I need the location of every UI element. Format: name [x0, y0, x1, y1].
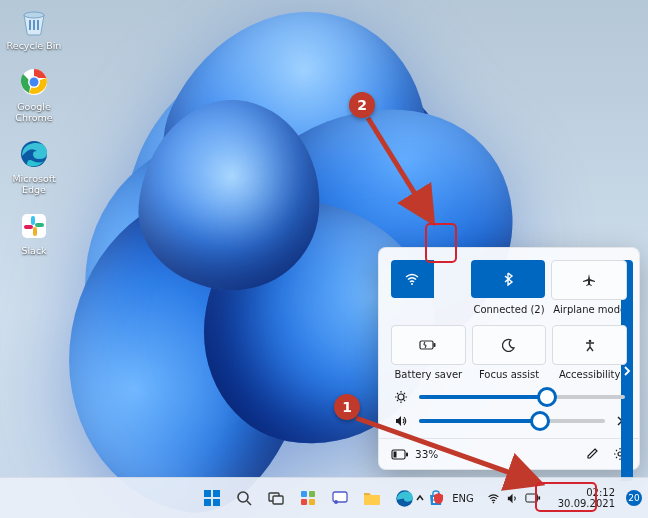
slack-icon: [17, 209, 51, 243]
windows-icon: [203, 489, 221, 507]
accessibility-tile[interactable]: [552, 325, 627, 365]
svg-rect-20: [213, 490, 220, 497]
taskbar-right: ENG 02:12 30.09.2021 20: [415, 478, 642, 518]
quick-settings-footer: 33%: [391, 443, 627, 463]
separator: [379, 438, 639, 439]
battery-saver-tile[interactable]: [391, 325, 466, 365]
desktop-icon-label: Recycle Bin: [7, 40, 62, 51]
edge-icon: [17, 137, 51, 171]
svg-point-14: [398, 394, 404, 400]
svg-point-13: [588, 340, 591, 343]
desktop-icon-chrome[interactable]: Google Chrome: [6, 65, 62, 123]
language-indicator[interactable]: ENG: [452, 493, 474, 504]
quick-settings-labels-2: Battery saver Focus assist Accessibility: [391, 369, 627, 380]
clock[interactable]: 02:12 30.09.2021: [558, 487, 615, 509]
bluetooth-tile[interactable]: [471, 260, 545, 298]
tile-label: Accessibility: [552, 369, 627, 380]
svg-rect-6: [31, 216, 35, 225]
tile-label: Battery saver: [391, 369, 466, 380]
shield-icon: [432, 492, 445, 505]
svg-point-31: [334, 500, 338, 504]
accessibility-icon: [583, 338, 597, 352]
brightness-slider[interactable]: [419, 395, 625, 399]
svg-rect-11: [420, 341, 433, 349]
pencil-icon: [586, 447, 599, 460]
clock-time: 02:12: [586, 487, 615, 498]
svg-rect-22: [213, 499, 220, 506]
desktop-icon-label: Slack: [21, 245, 46, 256]
edit-quick-settings-button[interactable]: [586, 447, 599, 461]
tray-overflow-button[interactable]: [415, 493, 425, 503]
svg-rect-25: [273, 496, 283, 504]
task-view-icon: [267, 489, 285, 507]
volume-slider[interactable]: [419, 419, 605, 423]
widgets-button[interactable]: [295, 485, 321, 511]
desktop-icon-slack[interactable]: Slack: [6, 209, 62, 256]
battery-percent-text: 33%: [415, 448, 438, 460]
battery-icon: [525, 493, 541, 503]
chevron-right-icon: [621, 365, 633, 377]
airplane-icon: [581, 272, 597, 288]
svg-rect-21: [204, 499, 211, 506]
desktop-icon-recycle-bin[interactable]: Recycle Bin: [6, 4, 62, 51]
desktop: Recycle Bin Google Chrome Microsoft Edge…: [0, 0, 648, 518]
search-button[interactable]: [231, 485, 257, 511]
annotation-step-2: 2: [349, 92, 375, 118]
desktop-icon-label: Google Chrome: [6, 101, 62, 123]
focus-assist-tile[interactable]: [472, 325, 547, 365]
svg-rect-39: [538, 496, 540, 500]
svg-rect-17: [394, 451, 397, 457]
brightness-icon: [393, 390, 409, 404]
battery-icon: [391, 449, 409, 460]
clock-date: 30.09.2021: [558, 498, 615, 509]
desktop-icons-column: Recycle Bin Google Chrome Microsoft Edge…: [6, 4, 62, 256]
chat-button[interactable]: [327, 485, 353, 511]
wifi-icon: [487, 492, 500, 505]
taskbar-center: [199, 485, 449, 511]
airplane-mode-tile[interactable]: [551, 260, 627, 300]
bluetooth-icon: [501, 272, 515, 286]
task-view-button[interactable]: [263, 485, 289, 511]
svg-rect-16: [406, 452, 408, 456]
quick-settings-row-1: [391, 260, 627, 300]
quick-settings-panel: Connected (2) Airplane mode Battery save…: [378, 247, 640, 470]
tile-label: Connected (2): [472, 304, 547, 315]
file-explorer-button[interactable]: [359, 485, 385, 511]
moon-icon: [502, 338, 516, 352]
svg-point-37: [492, 501, 494, 503]
search-icon: [236, 490, 253, 507]
battery-saver-icon: [419, 339, 437, 351]
volume-slider-row: [393, 414, 625, 428]
svg-point-23: [238, 492, 248, 502]
chevron-up-icon: [415, 493, 425, 503]
start-button[interactable]: [199, 485, 225, 511]
tray-security-icon[interactable]: [432, 492, 445, 505]
notification-badge[interactable]: 20: [626, 490, 642, 506]
wifi-toggle[interactable]: [391, 260, 434, 298]
widgets-icon: [299, 489, 317, 507]
volume-icon: [506, 492, 519, 505]
notification-count: 20: [628, 493, 639, 503]
network-sound-battery-button[interactable]: [481, 489, 547, 508]
tile-label: Airplane mode: [552, 304, 627, 315]
brightness-slider-row: [393, 390, 625, 404]
svg-rect-9: [24, 225, 33, 229]
svg-rect-28: [301, 499, 307, 505]
chrome-icon: [17, 65, 51, 99]
system-tray: ENG 02:12 30.09.2021 20: [415, 487, 642, 509]
svg-rect-7: [35, 223, 44, 227]
edge-taskbar-button[interactable]: [391, 485, 417, 511]
svg-rect-8: [33, 227, 37, 236]
volume-icon: [393, 414, 409, 428]
battery-status[interactable]: 33%: [391, 448, 438, 460]
chat-icon: [331, 489, 349, 507]
svg-point-10: [411, 283, 413, 285]
svg-rect-29: [309, 499, 315, 505]
desktop-icon-edge[interactable]: Microsoft Edge: [6, 137, 62, 195]
recycle-bin-icon: [17, 4, 51, 38]
svg-point-0: [24, 12, 44, 18]
folder-icon: [362, 489, 382, 507]
desktop-icon-label: Microsoft Edge: [6, 173, 62, 195]
svg-point-3: [30, 78, 39, 87]
taskbar: ENG 02:12 30.09.2021 20: [0, 477, 648, 518]
